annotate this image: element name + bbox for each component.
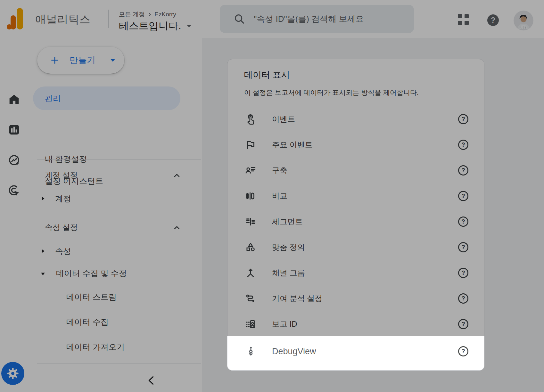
create-button[interactable]: 만들기 (37, 47, 124, 74)
tree-item-label: 데이터 스트림 (66, 292, 117, 302)
collapse-panel-icon[interactable] (146, 375, 157, 386)
reports-icon[interactable] (8, 123, 21, 136)
main-content: 데이터 표시 이 설정은 보고서에 데이터가 표시되는 방식을 제어합니다. 이… (202, 38, 544, 392)
nav-item-admin[interactable]: 관리 (33, 86, 180, 110)
flag-icon (245, 139, 256, 151)
chevron-up-icon[interactable] (172, 171, 181, 180)
row-reporting-identity[interactable]: 보고 ID ? (227, 311, 484, 337)
help-icon[interactable]: ? (458, 191, 468, 201)
row-events[interactable]: 이벤트 ? (227, 106, 484, 132)
compare-icon (245, 190, 256, 202)
analytics-logo-icon (7, 8, 23, 29)
caret-right-icon[interactable] (40, 249, 45, 254)
search-icon (233, 13, 245, 25)
touch-icon (245, 113, 256, 125)
breadcrumb-account[interactable]: EzKorry (154, 11, 176, 18)
row-label: 기여 분석 설정 (272, 293, 322, 304)
grid-square (465, 14, 469, 18)
row-label: 주요 이벤트 (272, 140, 313, 150)
gear-icon (6, 366, 20, 380)
row-channel-groups[interactable]: 채널 그룹 ? (227, 260, 484, 286)
reporting-id-icon (245, 318, 256, 330)
tree-item-property[interactable]: 속성 (40, 243, 71, 259)
card-subtitle: 이 설정은 보고서에 데이터가 표시되는 방식을 제어합니다. (244, 88, 419, 97)
property-name[interactable]: 테스트입니다. (119, 19, 181, 33)
nav-divider (37, 159, 201, 160)
caret-down-icon[interactable] (110, 59, 115, 62)
debugview-icon (245, 346, 257, 357)
help-icon[interactable]: ? (458, 140, 468, 150)
tree-item-data-collection[interactable]: 데이터 수집 및 수정 (40, 265, 127, 282)
product-name: 애널리틱스 (35, 12, 91, 27)
attribution-icon (245, 293, 256, 304)
nav-divider (37, 213, 201, 213)
help-icon[interactable]: ? (458, 242, 468, 252)
tree-item-label: 계정 (55, 193, 71, 204)
caret-down-icon[interactable] (40, 271, 45, 276)
tree-item-account[interactable]: 계정 (40, 190, 71, 207)
tree-item-data-collection-sub[interactable]: 데이터 수집 (66, 314, 109, 330)
row-segments[interactable]: 세그먼트 ? (227, 209, 484, 234)
settings-rows: 이벤트 ? 주요 이벤트 ? 구축 (227, 106, 484, 337)
shapes-icon (245, 241, 256, 253)
chevron-right-icon (147, 12, 152, 17)
row-audiences[interactable]: 구축 ? (227, 158, 484, 183)
row-label: 이벤트 (272, 114, 295, 124)
row-label: 채널 그룹 (272, 268, 305, 278)
nav-item-my-preferences[interactable]: 내 환경설정 (45, 151, 87, 167)
caret-right-icon[interactable] (40, 196, 45, 201)
admin-nav-panel: 만들기 관리 내 환경설정 설정 어시스턴트 계정 설정 계정 속성 설정 속성… (28, 38, 202, 392)
search-bar[interactable] (220, 5, 414, 33)
tree-item-label: 속성 (55, 246, 71, 257)
row-label: 세그먼트 (272, 216, 303, 227)
nav-divider (37, 363, 201, 363)
diagnostics-grid-icon[interactable] (458, 14, 469, 25)
plus-icon (50, 55, 60, 65)
data-display-card: 데이터 표시 이 설정은 보고서에 데이터가 표시되는 방식을 제어합니다. 이… (227, 59, 484, 371)
section-property-settings[interactable]: 속성 설정 (45, 219, 78, 236)
breadcrumb-all-accounts[interactable]: 모든 계정 (119, 10, 145, 19)
property-switcher[interactable]: 테스트입니다. (119, 19, 192, 33)
row-attribution-settings[interactable]: 기여 분석 설정 ? (227, 286, 484, 311)
tree-item-label: 데이터 가져오기 (66, 342, 125, 352)
app-header: 애널리틱스 모든 계정 EzKorry 테스트입니다. ? (0, 0, 544, 38)
search-input[interactable] (253, 14, 407, 24)
help-icon[interactable]: ? (458, 216, 468, 227)
segment-icon (245, 216, 256, 227)
breadcrumb[interactable]: 모든 계정 EzKorry (119, 10, 176, 19)
audience-icon (245, 165, 256, 176)
help-button[interactable]: ? (487, 14, 499, 26)
help-icon[interactable]: ? (458, 293, 468, 304)
help-icon[interactable]: ? (458, 346, 468, 356)
header-divider (108, 10, 109, 28)
grid-square (465, 21, 469, 25)
ga-admin-page: 애널리틱스 모든 계정 EzKorry 테스트입니다. ? (0, 0, 544, 392)
tree-item-data-streams[interactable]: 데이터 스트림 (66, 289, 117, 305)
row-custom-definitions[interactable]: 맞춤 정의 ? (227, 234, 484, 260)
grid-square (458, 21, 462, 25)
explore-icon[interactable] (8, 154, 21, 167)
help-icon[interactable]: ? (458, 114, 468, 124)
tree-item-label: 데이터 수집 (66, 317, 109, 327)
section-account-settings[interactable]: 계정 설정 (45, 167, 78, 184)
channel-group-icon (245, 267, 256, 279)
card-title: 데이터 표시 (244, 69, 290, 81)
help-icon[interactable]: ? (458, 319, 468, 329)
home-icon[interactable] (8, 93, 21, 106)
row-label: 보고 ID (272, 319, 297, 329)
help-icon[interactable]: ? (458, 165, 468, 176)
left-rail (0, 38, 28, 392)
user-avatar[interactable] (514, 11, 533, 30)
admin-gear-button[interactable] (1, 362, 24, 385)
row-label: 구축 (272, 165, 287, 176)
chevron-up-icon[interactable] (172, 223, 181, 232)
row-comparisons[interactable]: 비교 ? (227, 183, 484, 209)
caret-down-icon[interactable] (186, 24, 192, 28)
help-icon[interactable]: ? (458, 268, 468, 278)
row-label: 맞춤 정의 (272, 242, 305, 252)
row-key-events[interactable]: 주요 이벤트 ? (227, 132, 484, 158)
row-debugview-highlighted[interactable]: DebugView ? (227, 336, 484, 371)
create-button-label: 만들기 (70, 54, 95, 66)
advertising-icon[interactable] (8, 184, 21, 197)
tree-item-data-import[interactable]: 데이터 가져오기 (66, 339, 125, 355)
